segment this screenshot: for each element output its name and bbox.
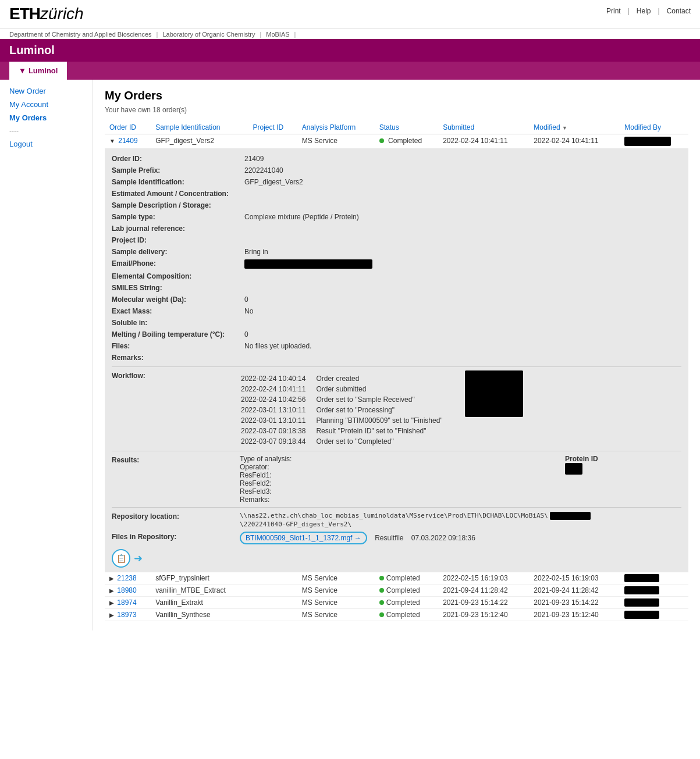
order-link-21238[interactable]: 21238	[117, 574, 136, 582]
expand-arrow-18973[interactable]: ▶	[109, 612, 114, 618]
value-mol-weight: 0	[244, 294, 681, 305]
eth-logo: ETH zürich	[9, 5, 84, 23]
print-link[interactable]: Print	[606, 7, 621, 15]
expand-arrow-21238[interactable]: ▶	[109, 575, 114, 582]
label-mol-weight: Molecular weight (Da):	[112, 294, 240, 305]
project-18974	[248, 596, 297, 608]
top-header: ETH zürich Print | Help | Contact	[0, 0, 700, 28]
luminol-tab[interactable]: ▼ Luminol	[9, 62, 67, 80]
lab-link[interactable]: Laboratory of Organic Chemistry	[162, 31, 255, 38]
label-melting-boiling: Melting / Boiling temperature (°C):	[112, 329, 240, 340]
sidebar-item-my-orders[interactable]: My Orders	[9, 113, 83, 122]
value-exact-mass: No	[244, 306, 681, 316]
modified-by-18973	[620, 608, 688, 621]
label-sample-identification: Sample Identification:	[112, 177, 240, 187]
main-layout: New Order My Account My Orders ---- Logo…	[0, 80, 700, 630]
brand-bar: Luminol	[0, 39, 700, 62]
submitted-18974: 2021-09-23 15:14:22	[438, 596, 529, 608]
label-files-in-repo: Files in Repository:	[112, 532, 240, 544]
workflow-event: Order set to "Completed"	[316, 437, 452, 446]
workflow-table: 2022-02-24 10:40:14Order created2022-02-…	[240, 373, 453, 447]
workflow-event: Order submitted	[316, 384, 452, 394]
repo-path-text2: \2202241040-GFP_digest_Vers2\	[240, 521, 351, 528]
workflow-row: 2022-02-24 10:40:14Order created	[241, 374, 452, 383]
order-row-18980: ▶ 18980 vanillin_MTBE_Extract MS Service…	[105, 584, 688, 596]
modified-21238: 2022-02-15 16:19:03	[529, 572, 620, 585]
detail-grid: Order ID: 21409 Sample Prefix: 220224104…	[112, 154, 681, 363]
order-link-18980[interactable]: 18980	[117, 586, 136, 594]
page-title: My Orders	[105, 89, 688, 102]
nav-sep2: |	[658, 7, 660, 15]
file-link[interactable]: BTIM000509_Slot1-1_1_1372.mgf →	[240, 532, 367, 544]
repo-section: Repository location: \\nas22.ethz.ch\cha…	[112, 511, 681, 528]
workflow-date: 2022-02-24 10:42:56	[241, 395, 315, 404]
help-link[interactable]: Help	[637, 7, 651, 15]
modified-18973: 2021-09-23 15:12:40	[529, 608, 620, 621]
expand-arrow-18980[interactable]: ▶	[109, 587, 114, 594]
modified-by-21409	[620, 134, 688, 149]
detail-content: Order ID: 21409 Sample Prefix: 220224104…	[105, 149, 688, 572]
modified-by-redacted-21238	[624, 574, 659, 582]
label-exact-mass: Exact Mass:	[112, 306, 240, 316]
order-link-21409[interactable]: 21409	[118, 137, 137, 145]
status-dot-completed	[379, 138, 384, 143]
modified-by-18974	[620, 596, 688, 608]
copy-icon: 📋	[116, 554, 126, 563]
contact-link[interactable]: Contact	[667, 7, 691, 15]
orders-count: Your have own 18 order(s)	[105, 106, 688, 114]
files-repo-value: BTIM000509_Slot1-1_1_1372.mgf → Resultfi…	[240, 532, 681, 544]
label-elemental: Elemental Composition:	[112, 271, 240, 281]
files-repo-section: Files in Repository: BTIM000509_Slot1-1_…	[112, 532, 681, 544]
value-email-phone	[244, 258, 681, 270]
status-label-21409: Completed	[388, 137, 422, 145]
workflow-event: Order created	[316, 374, 452, 383]
file-arrow-icon: →	[354, 534, 361, 542]
th-order-id[interactable]: Order ID	[105, 121, 151, 134]
mobias-link[interactable]: MoBIAS	[266, 31, 289, 38]
eth-text: ETH	[9, 5, 40, 23]
th-platform[interactable]: Analysis Platform	[297, 121, 375, 134]
th-modified-by[interactable]: Modified By	[620, 121, 688, 134]
results-type-label: Type of analysis:	[240, 455, 292, 463]
order-row-18974: ▶ 18974 Vanillin_Extrakt MS Service Comp…	[105, 596, 688, 608]
order-id-18980: ▶ 18980	[105, 584, 151, 596]
email-redacted	[244, 259, 372, 269]
th-sample[interactable]: Sample Identification	[151, 121, 248, 134]
collapse-arrow[interactable]: ▼	[109, 138, 115, 144]
repo-path-text: \\nas22.ethz.ch\chab_loc_mobias_luminold…	[240, 512, 548, 519]
th-status[interactable]: Status	[375, 121, 438, 134]
order-link-18973[interactable]: 18973	[117, 611, 136, 619]
order-link-18974[interactable]: 18974	[117, 598, 136, 607]
dot-18974	[379, 600, 384, 605]
workflow-row: 2022-03-07 09:18:44Order set to "Complet…	[241, 437, 452, 446]
project-21238	[248, 572, 297, 585]
dept-link[interactable]: Department of Chemistry and Applied Bios…	[9, 31, 152, 38]
sidebar-divider: ----	[9, 127, 83, 135]
nav-sep1: |	[628, 7, 630, 15]
workflow-event: Order set to "Processing"	[316, 405, 452, 415]
value-remarks	[244, 352, 681, 363]
th-project[interactable]: Project ID	[248, 121, 297, 134]
modified-by-18980	[620, 584, 688, 596]
modified-by-21238	[620, 572, 688, 585]
order-id-18973: ▶ 18973	[105, 608, 151, 621]
value-sample-prefix: 2202241040	[244, 165, 681, 176]
copy-button[interactable]: 📋	[112, 549, 130, 568]
sidebar-item-logout[interactable]: Logout	[9, 140, 83, 148]
th-modified[interactable]: Modified ▼	[529, 121, 620, 134]
th-project-label: Project ID	[253, 123, 284, 131]
tab-bar: ▼ Luminol	[0, 62, 700, 80]
expand-arrow-18974[interactable]: ▶	[109, 600, 114, 606]
th-submitted[interactable]: Submitted	[438, 121, 529, 134]
label-repo-location: Repository location:	[112, 511, 240, 528]
value-sample-description	[244, 200, 681, 211]
brand-title: Luminol	[9, 44, 691, 57]
order-id-21238: ▶ 21238	[105, 572, 151, 585]
sidebar-item-new-order[interactable]: New Order	[9, 87, 83, 95]
sidebar-item-my-account[interactable]: My Account	[9, 100, 83, 109]
label-results: Results:	[112, 455, 240, 504]
workflow-section: 2022-02-24 10:40:14Order created2022-02-…	[240, 370, 681, 447]
sample-21238: sfGFP_trypsiniert	[151, 572, 248, 585]
label-remarks: Remarks:	[112, 352, 240, 363]
submitted-18973: 2021-09-23 15:12:40	[438, 608, 529, 621]
